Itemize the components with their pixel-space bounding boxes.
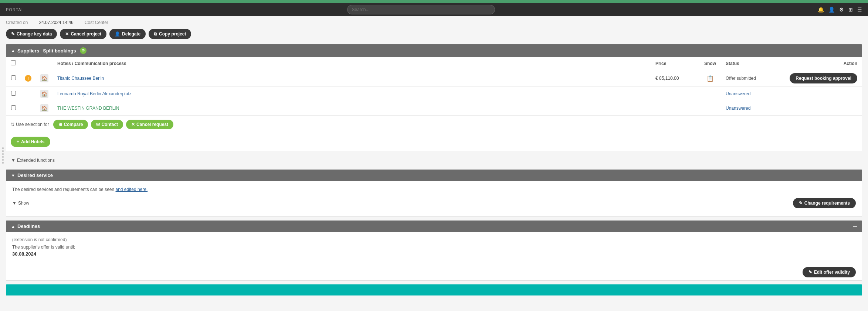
edit-req-icon: ✎ (799, 201, 803, 206)
search-input[interactable] (347, 5, 495, 14)
cost-center-label: Cost Center (85, 20, 108, 25)
hotel-building-icon-3: 🏠 (40, 104, 48, 112)
meta-row: Created on 24.07.2024 14:46 Cost Center (6, 20, 862, 25)
desired-service-section: ▼ Desired service The desired services a… (6, 170, 862, 217)
desired-service-edit-link[interactable]: and edited here. (116, 187, 148, 192)
chevron-down-icon: ▼ (11, 158, 16, 163)
hotels-table-container: Hotels / Communication process Price Sho… (6, 57, 862, 116)
col-show: Show (699, 57, 721, 70)
row2-checkbox[interactable] (11, 91, 16, 96)
table-header-row: Hotels / Communication process Price Sho… (6, 57, 862, 70)
edit-icon: ✎ (11, 31, 15, 37)
split-booking-icon[interactable]: ⟳ (80, 47, 87, 54)
desired-service-title: Desired service (17, 172, 53, 178)
times-icon: ✕ (131, 122, 135, 127)
envelope-icon: ✉ (96, 122, 100, 127)
hotel-price-2 (651, 87, 699, 101)
selection-bar: ⇅ Use selection for ⊞ Compare ✉ Contact … (6, 116, 862, 133)
portal-header: PORTAL 🔔 👤 ⚙ ⊞ ☰ (0, 3, 868, 16)
col-hotel: Hotels / Communication process (53, 57, 651, 70)
desired-service-header: ▼ Desired service (6, 170, 862, 181)
grid-icon[interactable]: ⊞ (848, 7, 853, 13)
suppliers-toggle-icon[interactable]: ▲ (11, 48, 15, 53)
deadlines-body: (extension is not confirmed) The supplie… (6, 232, 862, 281)
created-on-value: 24.07.2024 14:46 (39, 20, 73, 25)
status-3: Unanswered (726, 106, 750, 111)
notification-icon[interactable]: 🔔 (818, 7, 824, 13)
top-bar (0, 0, 868, 3)
row1-checkbox[interactable] (11, 75, 16, 80)
contact-button[interactable]: ✉ Contact (91, 120, 123, 129)
suppliers-section-header: ▲ Suppliers Split bookings ⟳ (6, 44, 862, 57)
created-on-label: Created on (6, 20, 28, 25)
deadlines-section: ▲ Deadlines — (extension is not confirme… (6, 221, 862, 281)
plus-icon: + (17, 139, 19, 144)
hotel-building-icon-2: 🏠 (40, 90, 48, 98)
edit-offer-icon: ✎ (808, 270, 812, 275)
select-all-checkbox[interactable] (11, 60, 16, 65)
show-icon-1[interactable]: 📋 (706, 75, 714, 82)
status-2: Unanswered (726, 91, 750, 96)
add-hotels-wrapper: + Add Hotels (6, 133, 862, 151)
deadlines-toggle[interactable]: ▲ (11, 224, 15, 229)
deadlines-collapse-icon[interactable]: — (853, 224, 857, 229)
compare-icon: ⊞ (58, 122, 62, 127)
hotel-price-1: € 85,110.00 (651, 70, 699, 87)
settings-icon[interactable]: ⚙ (839, 7, 844, 13)
deadlines-header: ▲ Deadlines — (6, 221, 862, 232)
split-bookings-label[interactable]: Split bookings (43, 48, 76, 54)
teal-bottom-bar (6, 284, 862, 295)
col-status: Status (721, 57, 780, 70)
warning-icon: ! (25, 75, 31, 82)
suppliers-section-body: Hotels / Communication process Price Sho… (6, 57, 862, 151)
copy-project-button[interactable]: ⧉ Copy project (149, 29, 191, 39)
deadlines-inner: (extension is not confirmed) The supplie… (6, 232, 862, 264)
user-icon[interactable]: 👤 (828, 7, 835, 13)
change-requirements-button[interactable]: ✎ Change requirements (793, 198, 856, 208)
desired-service-body: The desired services and requirements ca… (6, 181, 862, 217)
deadlines-title: Deadlines (17, 223, 40, 229)
extension-note: (extension is not confirmed) (12, 237, 856, 242)
change-key-data-button[interactable]: ✎ Change key data (6, 29, 57, 39)
selection-label: ⇅ Use selection for (11, 122, 49, 127)
add-hotels-button[interactable]: + Add Hotels (11, 137, 50, 147)
desired-service-inner: The desired services and requirements ca… (6, 181, 862, 216)
hotel-name-link-1[interactable]: Titanic Chaussee Berlin (57, 76, 104, 81)
row3-checkbox[interactable] (11, 105, 16, 110)
desired-service-description: The desired services and requirements ca… (12, 187, 856, 192)
table-row: 🏠 THE WESTIN GRAND BERLIN Unanswered (6, 101, 862, 116)
table-row: 🏠 Leonardo Royal Berlin Alexanderplatz U… (6, 87, 862, 101)
hotel-price-3 (651, 101, 699, 116)
copy-icon: ⧉ (154, 31, 157, 37)
cancel-icon: ✕ (65, 31, 69, 37)
cancel-request-button[interactable]: ✕ Cancel request (126, 120, 173, 129)
extended-functions[interactable]: ▼ Extended functions (6, 155, 862, 166)
person-icon: 👤 (115, 31, 120, 37)
request-booking-approval-button[interactable]: Request booking approval (790, 73, 857, 83)
show-toggle[interactable]: ▼ Show (12, 201, 29, 206)
hotel-name-link-3[interactable]: THE WESTIN GRAND BERLIN (57, 106, 119, 111)
nav-dots (2, 147, 4, 164)
valid-until-label: The supplier's offer is valid until: (12, 245, 856, 250)
delegate-button[interactable]: 👤 Delegate (109, 29, 146, 39)
chevron-down-icon-2: ▼ (12, 201, 17, 206)
portal-label: PORTAL (6, 7, 24, 12)
deadlines-footer: ✎ Edit offer validity (6, 264, 862, 280)
valid-until-date: 30.08.2024 (12, 251, 856, 257)
hotel-name-link-2[interactable]: Leonardo Royal Berlin Alexanderplatz (57, 91, 132, 96)
desired-service-toggle[interactable]: ▼ (11, 173, 15, 178)
hotel-building-icon: 🏠 (40, 74, 48, 82)
header-right-icons: 🔔 👤 ⚙ ⊞ ☰ (818, 7, 862, 13)
col-action: Action (780, 57, 862, 70)
table-row: ! 🏠 Titanic Chaussee Berlin € 85,110.00 (6, 70, 862, 87)
edit-offer-validity-button[interactable]: ✎ Edit offer validity (803, 267, 856, 277)
compare-button[interactable]: ⊞ Compare (53, 120, 88, 129)
action-buttons: ✎ Change key data ✕ Cancel project 👤 Del… (6, 29, 862, 39)
status-1: Offer submitted (726, 76, 756, 81)
arrows-icon: ⇅ (11, 122, 14, 127)
cancel-project-button[interactable]: ✕ Cancel project (60, 29, 106, 39)
hotels-table: Hotels / Communication process Price Sho… (6, 57, 862, 116)
menu-icon[interactable]: ☰ (857, 7, 862, 13)
col-price: Price (651, 57, 699, 70)
suppliers-title: Suppliers (17, 48, 39, 54)
